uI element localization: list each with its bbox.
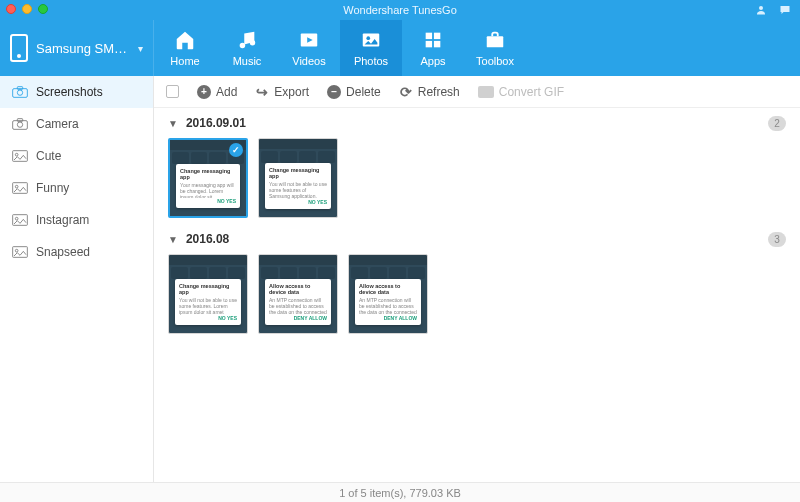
tab-label: Apps [420,55,445,67]
tab-home[interactable]: Home [154,20,216,76]
button-label: Export [274,85,309,99]
device-selector[interactable]: Samsung SM-G… ▾ [0,20,154,76]
group-count-badge: 3 [768,232,786,247]
svg-point-18 [15,153,18,156]
selected-check-icon [229,143,243,157]
sidebar-item-snapseed[interactable]: Snapseed [0,236,153,268]
delete-button[interactable]: − Delete [327,85,381,99]
image-icon [12,149,28,163]
window-controls [6,4,48,14]
select-all-checkbox[interactable] [166,85,179,98]
export-button[interactable]: ↪ Export [255,85,309,99]
zoom-window-button[interactable] [38,4,48,14]
chevron-down-icon: ▾ [138,43,143,54]
group-header[interactable]: ▼ 2016.09.01 2 [168,116,786,130]
sidebar-item-instagram[interactable]: Instagram [0,204,153,236]
photo-thumbnail[interactable]: Change messaging appYou will not be able… [258,138,338,218]
device-name: Samsung SM-G… [36,41,130,56]
group-title: 2016.08 [186,232,229,246]
plus-icon: + [197,85,211,99]
svg-point-5 [366,36,370,40]
videos-icon [298,29,320,51]
tab-toolbox[interactable]: Toolbox [464,20,526,76]
thumb-dialog-actions: DENY ALLOW [269,315,327,321]
tab-label: Music [233,55,262,67]
home-icon [174,29,196,51]
export-icon: ↪ [255,85,269,99]
sidebar-item-label: Screenshots [36,85,103,99]
tab-label: Photos [354,55,388,67]
photo-thumbnail[interactable]: Change messaging appYou will not be able… [168,254,248,334]
photo-thumbnail[interactable]: Change messaging appYour messaging app w… [168,138,248,218]
photo-grid: ▼ 2016.09.01 2 Change messaging appYour … [154,108,800,482]
sidebar-item-label: Camera [36,117,79,131]
sidebar-item-label: Instagram [36,213,89,227]
thumb-dialog-actions: NO YES [269,199,327,205]
main-tabs: Home Music Videos Photos Apps Toolbox [154,20,526,76]
svg-point-20 [15,185,18,188]
photo-group: ▼ 2016.08 3 Change messaging appYou will… [168,232,786,334]
camera-icon [12,85,28,99]
header: Samsung SM-G… ▾ Home Music Videos Photos… [0,20,800,76]
tab-label: Toolbox [476,55,514,67]
svg-point-15 [17,122,22,127]
svg-point-1 [240,43,246,49]
photo-thumbnail[interactable]: Allow access to device dataAn MTP connec… [348,254,428,334]
group-title: 2016.09.01 [186,116,246,130]
phone-icon [10,34,28,62]
close-window-button[interactable] [6,4,16,14]
minus-icon: − [327,85,341,99]
chevron-down-icon: ▼ [168,118,178,129]
minimize-window-button[interactable] [22,4,32,14]
thumb-dialog-actions: DENY ALLOW [359,315,417,321]
tab-photos[interactable]: Photos [340,20,402,76]
svg-point-2 [250,40,256,46]
chevron-down-icon: ▼ [168,234,178,245]
tab-music[interactable]: Music [216,20,278,76]
thumb-dialog-title: Change messaging app [180,168,236,180]
svg-rect-7 [434,33,440,39]
thumb-dialog-title: Allow access to device data [269,283,327,295]
svg-point-12 [17,90,22,95]
image-icon [12,181,28,195]
title-bar: Wondershare TunesGo [0,0,800,20]
account-icon[interactable] [754,3,768,17]
window-title: Wondershare TunesGo [343,4,457,16]
add-button[interactable]: + Add [197,85,237,99]
image-icon [12,213,28,227]
svg-point-24 [15,249,18,252]
sidebar-item-cute[interactable]: Cute [0,140,153,172]
refresh-button[interactable]: ⟳ Refresh [399,85,460,99]
thumb-dialog-title: Change messaging app [179,283,237,295]
svg-rect-9 [434,41,440,47]
group-header[interactable]: ▼ 2016.08 3 [168,232,786,246]
music-icon [236,29,258,51]
convert-gif-button[interactable]: Convert GIF [478,85,564,99]
svg-point-22 [15,217,18,220]
button-label: Convert GIF [499,85,564,99]
photo-group: ▼ 2016.09.01 2 Change messaging appYour … [168,116,786,218]
sidebar-item-label: Snapseed [36,245,90,259]
svg-rect-6 [426,33,432,39]
button-label: Add [216,85,237,99]
image-icon [12,245,28,259]
status-bar: 1 of 5 item(s), 779.03 KB [0,482,800,502]
group-count-badge: 2 [768,116,786,131]
sidebar-item-screenshots[interactable]: Screenshots [0,76,153,108]
photo-thumbnail[interactable]: Allow access to device dataAn MTP connec… [258,254,338,334]
sidebar: Screenshots Camera Cute Funny Instagram … [0,76,154,482]
sidebar-item-camera[interactable]: Camera [0,108,153,140]
tab-videos[interactable]: Videos [278,20,340,76]
tab-label: Videos [292,55,325,67]
tab-apps[interactable]: Apps [402,20,464,76]
sidebar-item-funny[interactable]: Funny [0,172,153,204]
button-label: Refresh [418,85,460,99]
feedback-icon[interactable] [778,3,792,17]
apps-icon [422,29,444,51]
sidebar-item-label: Cute [36,149,61,163]
camera-icon [12,117,28,131]
tab-label: Home [170,55,199,67]
svg-rect-13 [17,87,22,90]
photos-icon [360,29,382,51]
thumb-dialog-actions: NO YES [179,315,237,321]
